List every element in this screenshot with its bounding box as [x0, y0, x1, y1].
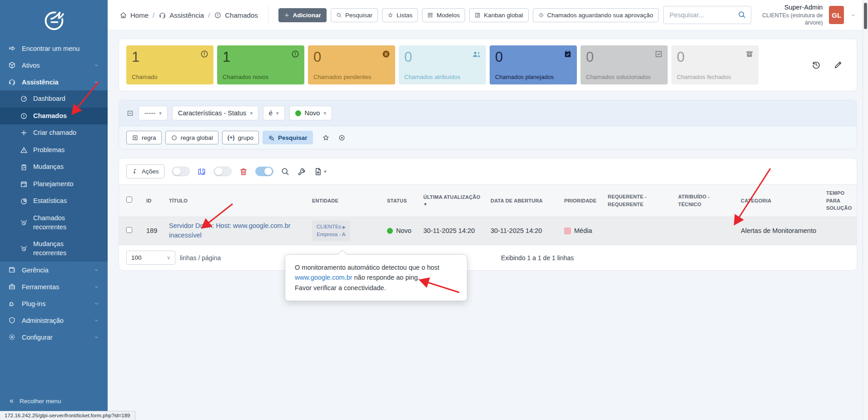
edit-pencil-icon[interactable] — [833, 60, 843, 70]
column-header-prioridade[interactable]: PRIORIDADE — [560, 193, 604, 209]
sidebar-item-ferramentas[interactable]: Ferramentas — [0, 278, 108, 295]
add-global-rule-button[interactable]: regra global — [165, 131, 218, 144]
link-operator-select[interactable]: ----- — [139, 106, 168, 120]
column-header-atribuido[interactable]: ATRIBUÍDO - TÉCNICO — [675, 188, 737, 212]
tile-chamados-fechados[interactable]: 0 Chamados fechados — [671, 45, 759, 84]
tile-chamados-planejados[interactable]: 0 Chamados planejados — [490, 45, 577, 84]
vertical-scrollbar[interactable] — [863, 0, 868, 420]
search-icon[interactable] — [738, 10, 746, 19]
actions-button[interactable]: Ações — [126, 164, 164, 178]
tile-chamados-atribuidos[interactable]: 0 Chamados atribuídos — [399, 45, 486, 84]
search-toggle[interactable] — [255, 167, 273, 176]
bookmark-star-icon[interactable] — [322, 134, 330, 142]
column-header-categoria[interactable]: CATEGORIA — [737, 193, 823, 209]
sidebar-item-plugins[interactable]: Plug-ins — [0, 295, 108, 312]
tile-chamado[interactable]: 1 Chamado — [126, 45, 213, 84]
column-header-titulo[interactable]: TÍTULO — [165, 193, 308, 209]
group-parens-icon: (+) — [228, 134, 235, 141]
magnifier-icon[interactable] — [281, 167, 290, 176]
sidebar-item-administracao[interactable]: Administração — [0, 312, 108, 329]
wallet-icon — [8, 266, 16, 274]
lists-button[interactable]: Listas — [382, 8, 418, 22]
status-new-dot — [387, 228, 393, 234]
sidebar-item-find-menu[interactable]: Encontrar um menu — [0, 40, 108, 57]
reset-circle-x-icon[interactable] — [338, 134, 346, 142]
entity-caret-icon: ▶ — [343, 225, 346, 229]
sidebar-item-ativos[interactable]: Ativos — [0, 57, 108, 74]
main-area: Home / Assistência / Chamados Adicionar … — [108, 0, 868, 420]
column-header-requerente[interactable]: REQUERENTE - REQUERENTE — [604, 188, 675, 212]
breadcrumb-chamados[interactable]: Chamados — [214, 11, 258, 19]
last-update-cell: 30-11-2025 14:20 — [420, 223, 487, 238]
ticket-title-link[interactable]: Servidor Down: Host: www.google.com.br i… — [169, 222, 291, 239]
column-header-data-abertura[interactable]: DATA DE ABERTURA — [487, 193, 560, 209]
shield-icon — [8, 316, 16, 324]
alert-circle-icon — [20, 112, 28, 120]
user-menu[interactable]: Super-Admin CLIENTEs (estrutura de árvor… — [758, 3, 823, 26]
tile-chamados-solucionados[interactable]: 0 Chamados solucionados — [580, 45, 668, 84]
chevron-down-icon — [94, 79, 99, 85]
deleted-toggle[interactable] — [213, 167, 232, 176]
run-search-button[interactable]: Pesquisar — [263, 131, 313, 144]
trash-icon[interactable] — [239, 167, 248, 176]
sidebar-item-chamados-recorrentes[interactable]: Chamados recorrentes — [0, 210, 108, 236]
sidebar-item-mudancas[interactable]: Mudanças — [0, 158, 108, 176]
sidebar-item-label: Plug-ins — [22, 300, 45, 307]
glpi-logo[interactable] — [0, 0, 108, 40]
collapse-criteria-button[interactable] — [126, 109, 134, 117]
tile-chamados-pendentes[interactable]: 0 Chamados pendentes — [308, 45, 395, 84]
sidebar-item-estatisticas[interactable]: Estatísticas — [0, 193, 108, 210]
column-header-ultima-atualizacao[interactable]: ÚLTIMA ATUALIZAÇÃO ▼ — [420, 189, 487, 212]
add-rule-button[interactable]: regra — [126, 131, 162, 144]
sidebar-item-mudancas-recorrentes[interactable]: Mudanças recorrentes — [0, 236, 108, 262]
category-cell: Alertas de Monitoramento — [737, 222, 823, 239]
row-checkbox[interactable] — [126, 227, 132, 233]
templates-button[interactable]: Modelos — [422, 8, 465, 22]
host-link[interactable]: www.google.com.br — [295, 274, 352, 281]
sidebar-item-gerencia[interactable]: Gerência — [0, 262, 108, 278]
map-icon[interactable] — [197, 167, 206, 176]
tile-chamados-novos[interactable]: 1 Chamados novos — [217, 45, 304, 84]
column-header-status[interactable]: STATUS — [383, 193, 420, 209]
plus-icon — [20, 129, 28, 137]
user-name: Super-Admin — [758, 3, 823, 12]
criteria-operator-select[interactable]: é — [263, 106, 285, 120]
sidebar-item-planejamento[interactable]: Planejamento — [0, 176, 108, 193]
sidebar-item-configurar[interactable]: Configurar — [0, 329, 108, 346]
criteria-value-select[interactable]: Novo — [289, 106, 332, 120]
breadcrumb: Home / Assistência / Chamados — [119, 11, 258, 19]
select-all-checkbox[interactable] — [126, 197, 132, 203]
add-group-button[interactable]: (+) grupo — [222, 131, 259, 144]
criteria-field-select[interactable]: Características - Status — [172, 106, 258, 120]
export-button[interactable]: ▾ — [313, 167, 327, 176]
wrench-icon[interactable] — [297, 167, 306, 176]
entity-badge[interactable]: CLIENTEs ▶ Empresa - A — [312, 221, 350, 242]
browser-status-url: 172.16.242.25/glpi-server/front/ticket.f… — [0, 411, 135, 420]
avatar[interactable]: GL — [829, 6, 844, 24]
template-icon — [427, 12, 433, 18]
approval-button[interactable]: Chamados aguardando sua aprovação — [533, 8, 659, 22]
sidebar-item-criar-chamado[interactable]: Criar chamado — [0, 124, 108, 142]
sort-descending-icon[interactable]: ▼ — [423, 202, 483, 208]
history-icon[interactable] — [811, 60, 821, 70]
star-icon — [387, 12, 393, 18]
page-size-select[interactable]: 100 — [126, 251, 175, 265]
breadcrumb-home[interactable]: Home — [119, 11, 149, 19]
column-header-entidade[interactable]: ENTIDADE — [308, 193, 383, 209]
sidebar-item-label: Administração — [22, 317, 64, 324]
column-header-tempo-solucao[interactable]: TEMPO PARA SOLUÇÃO — [823, 185, 857, 217]
alarm-icon — [20, 219, 28, 227]
sidebar-item-problemas[interactable]: Problemas — [0, 142, 108, 159]
column-header-id[interactable]: ID — [143, 193, 165, 209]
add-button[interactable]: Adicionar — [278, 8, 327, 22]
sidebar-item-dashboard[interactable]: Dashboard — [0, 90, 108, 108]
search-button[interactable]: Pesquisar — [331, 8, 378, 22]
circle-dot-icon — [171, 134, 178, 141]
map-toggle[interactable] — [172, 167, 190, 176]
headset-icon — [8, 78, 16, 86]
sidebar-item-chamados[interactable]: Chamados — [0, 108, 108, 125]
sidebar-item-assistencia[interactable]: Assistência — [0, 74, 108, 90]
scrollbar-thumb[interactable] — [864, 3, 867, 29]
kanban-button[interactable]: Kanban global — [469, 8, 528, 22]
breadcrumb-assistencia[interactable]: Assistência — [159, 11, 204, 19]
